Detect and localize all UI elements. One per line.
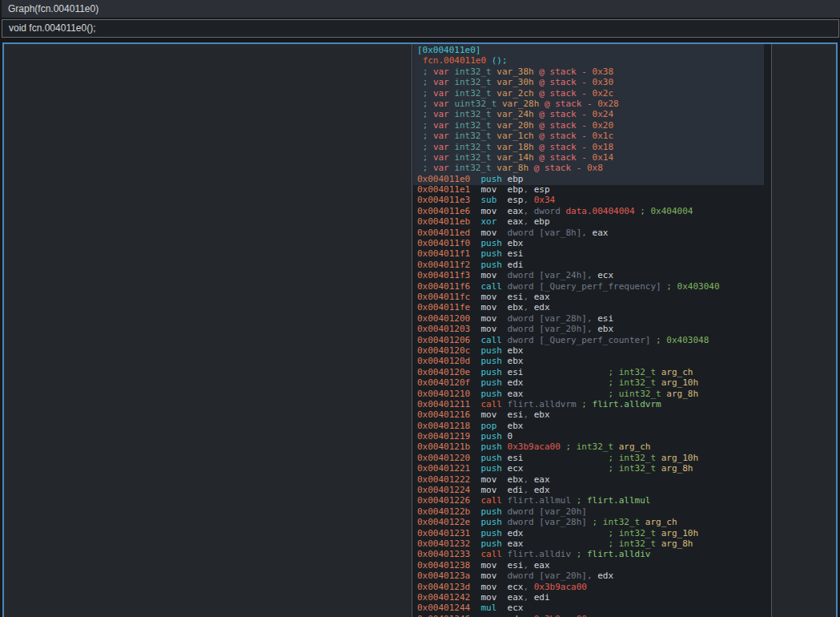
disasm-line[interactable]: ; var int32_t var_8h @ stack - 0x8: [413, 163, 770, 173]
disasm-token: ; 0x403048: [656, 335, 709, 345]
disasm-line[interactable]: 0x00401218 pop ebx: [413, 421, 770, 431]
disasm-token: 0x20: [593, 120, 614, 131]
disasm-token: 0x00401200: [417, 313, 470, 324]
disasm-token: 0x00401244: [417, 603, 470, 613]
disasm-line[interactable]: 0x00401206 call dword [_Query_perf_count…: [413, 335, 770, 345]
graph-view-canvas[interactable]: [0x004011e0] fcn.004011e0 (); ; var int3…: [2, 42, 838, 617]
disasm-line[interactable]: 0x004011e3 sub esp, 0x34: [413, 195, 770, 205]
disasm-line[interactable]: ; var int32_t var_14h @ stack - 0x14: [413, 152, 770, 163]
disasm-token: mov: [480, 474, 507, 485]
disasm-line[interactable]: 0x00401210 push eax ; uint32_t arg_8h: [413, 389, 770, 399]
disasm-line[interactable]: 0x004011fc mov esi, eax: [413, 292, 770, 302]
disasm-line[interactable]: ; var int32_t var_24h @ stack - 0x24: [413, 109, 770, 119]
disasm-token: [470, 603, 480, 613]
disasm-line[interactable]: 0x00401224 mov edi, edx: [413, 485, 770, 495]
disasm-line[interactable]: 0x0040123d mov ecx, 0x3b9aca00: [413, 582, 770, 592]
disasm-token: 0x004011f1: [417, 248, 470, 259]
disasm-token: esp: [508, 195, 524, 205]
disasm-line[interactable]: 0x004011e0 push ebp: [413, 174, 770, 184]
disasm-line[interactable]: 0x00401211 call flirt.alldvrm ; flirt.al…: [413, 399, 770, 409]
disasm-token: [470, 174, 480, 184]
disasm-token: [470, 281, 480, 292]
disasm-token: var: [433, 120, 455, 131]
disasm-line[interactable]: 0x0040120f push edx ; int32_t arg_10h: [413, 377, 770, 388]
disasm-line[interactable]: ; var int32_t var_18h @ stack - 0x18: [413, 142, 770, 152]
disasm-token: 0x0040120e: [417, 367, 470, 377]
disasm-line[interactable]: 0x00401226 call flirt.allmul ; flirt.all…: [413, 495, 770, 506]
disasm-token: [470, 195, 480, 205]
disasm-line[interactable]: 0x00401200 mov dword [var_28h], esi: [413, 313, 770, 324]
disasm-token: ();: [492, 55, 508, 66]
disasm-line[interactable]: 0x004011eb xor eax, ebp: [413, 216, 770, 227]
disasm-line[interactable]: 0x00401242 mov eax, edi: [413, 592, 770, 603]
disasm-line[interactable]: 0x004011ed mov dword [var_8h], eax: [413, 228, 770, 238]
disasm-token: edx: [508, 377, 524, 388]
disasm-line[interactable]: 0x0040120c push ebx: [413, 345, 770, 356]
disasm-token: flirt.alldiv: [587, 549, 650, 559]
disasm-line[interactable]: 0x004011f1 push esi: [413, 248, 770, 259]
disassembly-block-node[interactable]: [0x004011e0] fcn.004011e0 (); ; var int3…: [412, 44, 772, 617]
disasm-line[interactable]: 0x0040122b push dword [var_20h]: [413, 506, 770, 517]
disasm-line[interactable]: 0x00401222 mov ebx, eax: [413, 474, 770, 485]
disasm-line[interactable]: 0x00401219 push 0: [413, 431, 770, 442]
disasm-token: ;: [577, 495, 587, 506]
disasm-line[interactable]: [0x004011e0]: [413, 45, 770, 55]
disasm-token: [470, 528, 480, 538]
disasm-line[interactable]: ; var uint32_t var_28h @ stack - 0x28: [413, 99, 770, 109]
disasm-line[interactable]: ; var int32_t var_2ch @ stack - 0x2c: [413, 88, 770, 99]
disasm-token: ebx: [534, 409, 550, 420]
disasm-line[interactable]: 0x00401231 push edx ; int32_t arg_10h: [413, 528, 770, 538]
disasm-line[interactable]: ; var int32_t var_20h @ stack - 0x20: [413, 120, 770, 131]
disasm-line[interactable]: 0x00401244 mul ecx: [413, 603, 770, 613]
disasm-line[interactable]: 0x00401203 mov dword [var_20h], ebx: [413, 324, 770, 334]
disasm-line[interactable]: 0x004011f2 push edi: [413, 260, 770, 270]
disasm-line[interactable]: 0x0040120d push ebx: [413, 356, 770, 366]
disasm-token: push: [480, 367, 507, 377]
disasm-token: flirt.alldvrm: [508, 399, 577, 409]
disasm-line[interactable]: 0x00401233 call flirt.alldiv ; flirt.all…: [413, 549, 770, 559]
disasm-line[interactable]: 0x0040120e push esi ; int32_t arg_ch: [413, 367, 770, 377]
disasm-token: @ stack -: [539, 77, 592, 87]
disasm-line[interactable]: 0x004011e6 mov eax, dword data.00404004 …: [413, 206, 770, 216]
graph-tab-title[interactable]: Graph(fcn.004011e0): [2, 0, 840, 18]
disasm-line[interactable]: 0x004011f3 mov dword [var_24h], ecx: [413, 270, 770, 280]
disasm-token: int32_t: [454, 109, 496, 119]
disasm-token: [470, 335, 480, 345]
disasm-line[interactable]: 0x0040123a mov dword [var_20h], edx: [413, 571, 770, 581]
disasm-token: 0x3b9aca00: [534, 582, 587, 592]
disasm-token: 0x00401218: [417, 421, 470, 431]
disasm-line[interactable]: 0x004011f0 push ebx: [413, 238, 770, 248]
disasm-line[interactable]: 0x00401221 push ecx ; int32_t arg_8h: [413, 463, 770, 474]
disasm-line[interactable]: 0x0040121b push 0x3b9aca00 ; int32_t arg…: [413, 442, 770, 452]
disasm-token: 0x00401232: [417, 538, 470, 549]
disasm-token: 0x3b9aca00: [508, 442, 561, 452]
disasm-token: esi: [597, 313, 613, 324]
disasm-token: 0x004011eb: [417, 216, 470, 227]
disasm-token: arg_8h: [666, 389, 698, 399]
disasm-token: edi: [508, 485, 524, 495]
disasm-line[interactable]: 0x0040122e push dword [var_28h] ; int32_…: [413, 517, 770, 527]
disasm-line[interactable]: ; var int32_t var_1ch @ stack - 0x1c: [413, 131, 770, 141]
disasm-line[interactable]: 0x00401216 mov esi, ebx: [413, 409, 770, 420]
disasm-line[interactable]: 0x004011f6 call dword [_Query_perf_frequ…: [413, 281, 770, 292]
disasm-line[interactable]: fcn.004011e0 ();: [413, 55, 770, 66]
disasm-line[interactable]: 0x00401238 mov esi, eax: [413, 560, 770, 571]
disasm-line[interactable]: 0x00401246 mov edx, 0x3b9aca00: [413, 614, 770, 617]
disasm-token: ,: [523, 206, 533, 216]
disasm-token: var_30h: [496, 77, 539, 87]
disasm-token: 0x0040122e: [417, 517, 470, 527]
disasm-line[interactable]: 0x00401232 push eax ; int32_t arg_8h: [413, 538, 770, 549]
disasm-line[interactable]: 0x00401220 push esi ; int32_t arg_10h: [413, 453, 770, 463]
disasm-token: @ stack -: [545, 99, 597, 109]
disasm-token: int32_t: [454, 120, 496, 131]
disasm-token: var: [433, 77, 455, 87]
disasm-line[interactable]: 0x004011e1 mov ebp, esp: [413, 184, 770, 195]
disasm-line[interactable]: ; var int32_t var_30h @ stack - 0x30: [413, 77, 770, 87]
disasm-token: 0x00401216: [417, 409, 470, 420]
disasm-line[interactable]: 0x004011fe mov ebx, edx: [413, 302, 770, 313]
disasm-token: ;: [423, 88, 433, 99]
disasm-token: mov: [480, 614, 507, 617]
disasm-token: 0x004011f3: [417, 270, 470, 280]
disasm-line[interactable]: ; var int32_t var_38h @ stack - 0x38: [413, 67, 770, 77]
disasm-token: arg_ch: [645, 517, 677, 527]
